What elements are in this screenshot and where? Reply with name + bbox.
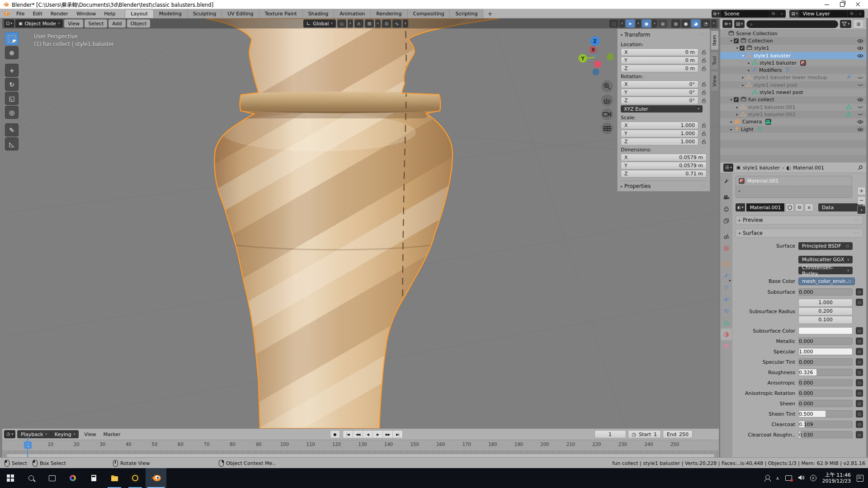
npanel-tab-view[interactable]: View [711,71,718,91]
value-slider[interactable]: 0.000 [798,358,853,366]
material-specials-button[interactable]: ▾ [857,206,866,214]
view-layer-copy-button[interactable]: ⧉ [847,10,855,18]
menu-render[interactable]: Render [47,9,72,18]
eye-closed-icon[interactable] [857,105,863,109]
disclosure-icon[interactable]: ▸ [746,68,751,72]
tool-transform-button[interactable]: ◎ [5,106,19,119]
pivot-point-dropdown[interactable]: ◇ [337,19,346,28]
npanel-tab-tool[interactable]: Tool [711,52,718,70]
new-material-copy-button[interactable]: ⧉ [795,203,803,211]
viewport-menu-select[interactable]: Select [85,19,107,28]
eye-closed-icon[interactable] [857,76,863,80]
subsurface-method-dropdown[interactable]: Christensen-Burley▾ [798,267,853,274]
shading-material-button[interactable]: ◕ [691,19,700,28]
tool-scale-button[interactable]: ◱ [5,92,19,105]
play-back-button[interactable]: ◀ [363,431,373,438]
eye-open-icon[interactable] [857,46,863,50]
fake-user-shield-button[interactable] [786,203,794,211]
minimize-button[interactable] [819,0,835,9]
workspace-tab-modeling[interactable]: Modeling [154,9,188,18]
timeline-ruler[interactable]: 1 10203040506070809010011012013014015016… [2,440,719,450]
outliner-row-style1[interactable]: ▾ ✓ style1 [720,45,866,52]
properties-tab-material[interactable] [721,328,732,340]
zoom-button[interactable] [601,80,613,92]
properties-tab-output[interactable] [721,203,732,215]
hidden-icons-chevron[interactable]: ∧ [776,476,779,481]
disclosure-icon[interactable]: ▸ [729,120,734,124]
scene-selector[interactable]: ◍▾ Scene ⧉ × [712,10,786,18]
tool-cursor-button[interactable]: ⊕ [5,46,19,59]
value-slider[interactable]: 1.000 [798,348,853,355]
scene-copy-button[interactable]: ⧉ [769,10,777,18]
animate-dot-button[interactable]: ○ [856,327,863,334]
menu-file[interactable]: File [12,9,28,18]
eye-open-icon[interactable] [857,127,863,131]
properties-tab-constraints[interactable] [721,305,732,317]
npanel-tab-item[interactable]: Item [711,30,718,50]
outliner-row-light[interactable]: ▸ Light [720,126,866,133]
unlink-material-button[interactable]: × [805,203,813,211]
timeline-scrollbar[interactable] [7,454,714,457]
disclosure-icon[interactable]: ▸ [746,61,751,65]
shading-rendered-button[interactable]: ◔ [701,19,710,28]
mode-dropdown[interactable]: ▣Object Mode▾ [15,19,63,28]
tool-rotate-button[interactable]: ↻ [5,78,19,91]
lock-icon[interactable] [701,98,707,103]
outliner-row-camera[interactable]: ▸ Camera [720,118,866,126]
add-material-slot-button[interactable]: + [857,187,866,195]
menu-edit[interactable]: Edit [28,9,46,18]
remove-material-slot-button[interactable]: − [857,196,866,205]
viewport-menu-add[interactable]: Add [108,19,125,28]
eye-closed-icon[interactable] [857,83,863,87]
proportional-editing-toggle[interactable]: ⊙ [382,19,391,28]
outliner-row-style1-baluster-001[interactable]: ▸ style1 baluster.001 [720,103,866,111]
workspace-tab-layout[interactable]: Layout [125,9,153,18]
menu-window[interactable]: Window [72,9,100,18]
value-slider[interactable]: 0.030 [798,431,853,438]
collection-checkbox[interactable]: ✓ [734,38,739,43]
outliner-row-scene-collection[interactable]: Scene Collection [720,30,866,37]
current-frame-field[interactable]: 1 [594,430,626,438]
network-icon[interactable] [785,475,792,481]
close-button[interactable] [850,0,865,9]
disclosure-icon[interactable]: ▸ [729,127,734,131]
taskbar-paint-button[interactable] [62,468,83,488]
value-slider[interactable]: 0.109 [798,421,853,428]
outliner-search[interactable]: ⌕ [746,20,839,28]
view-layer-remove-button[interactable]: × [856,10,864,18]
outliner-row-style1-newel-post[interactable]: ▸ style1 newel post [720,81,866,89]
snap-magnet-toggle[interactable]: ∩ [354,19,363,28]
outliner-filter-button[interactable]: ▾ [840,20,851,28]
workspace-tab-animation[interactable]: Animation [334,9,371,18]
camera-view-button[interactable] [601,108,613,120]
animate-dot-button[interactable]: ○ [856,421,863,428]
outliner-editor-type-button[interactable]: ≡▾ [722,20,732,28]
lock-icon[interactable] [701,131,707,136]
distribution-dropdown[interactable]: Multiscatter GGX▾ [798,256,853,263]
outliner-row-collection[interactable]: ▾ ✓ Collection [720,37,866,44]
taskbar-search-button[interactable] [21,468,42,488]
number-field[interactable]: Z0° [621,97,698,104]
animate-dot-button[interactable]: ○ [856,348,863,355]
animate-dot-button[interactable]: ○ [856,299,863,306]
animate-dot-button[interactable]: ○ [856,379,863,386]
value-slider[interactable]: 0.000 [798,400,853,407]
add-workspace-button[interactable]: + [483,9,496,18]
show-gizmos-toggle[interactable]: ➤ [626,19,635,28]
properties-tab-render[interactable] [721,191,732,203]
properties-tab-world[interactable] [721,242,732,254]
scene-unlink-button[interactable]: × [777,10,786,18]
properties-tab-texture[interactable] [721,340,732,352]
timeline-editor[interactable]: ◷▾ Playback▾Keying▾ ViewMarker ●|◀◀◀◀▶▶▶… [2,428,719,457]
outliner-search-input[interactable] [755,21,835,27]
value-slider[interactable]: 0.326 [798,369,853,376]
jump-start-button[interactable]: |◀ [343,431,353,438]
number-field[interactable]: Y0 m [621,56,698,64]
disclosure-icon[interactable]: ▸ [735,105,740,109]
surface-panel-header[interactable]: ▾Surface∷∷ [736,229,863,238]
number-field[interactable]: Z0 m [621,65,698,72]
outliner-row-style1-newel-post[interactable]: style1 newel post [720,89,866,96]
lock-icon[interactable] [701,90,707,95]
outliner-row-style1-baluster-lower-mockup[interactable]: ▸ style1 baluster lower mockup [720,74,866,81]
pan-hand-button[interactable] [601,94,613,106]
